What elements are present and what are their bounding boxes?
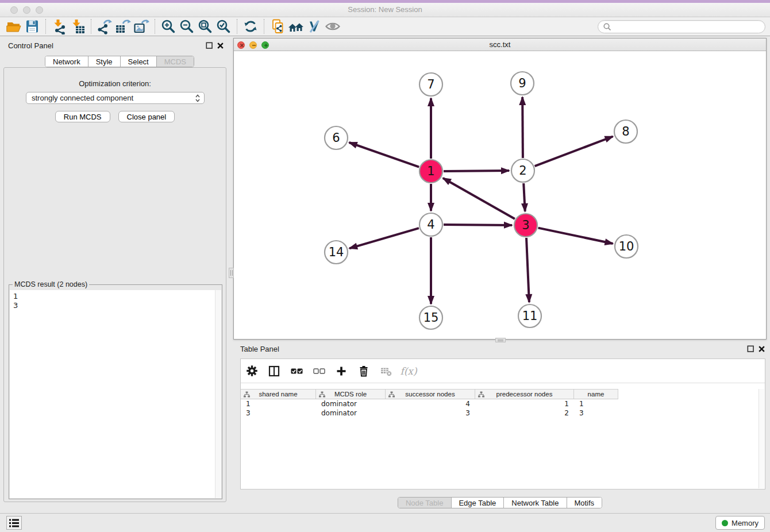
attribute-tree-icon (478, 391, 484, 398)
graph-edge-2-9[interactable] (522, 97, 523, 158)
graph-edge-2-3[interactable] (523, 183, 525, 211)
graph-edge-3-11[interactable] (526, 238, 529, 302)
tab-network[interactable]: Network (45, 56, 88, 67)
export-image-button[interactable] (132, 18, 151, 35)
deselect-all-button[interactable] (313, 365, 325, 377)
clone-network-button[interactable] (268, 18, 287, 35)
memory-button[interactable]: Memory (715, 516, 765, 530)
table-cell[interactable]: 3 (386, 409, 475, 418)
zoom-out-icon (179, 18, 195, 34)
zoom-out-button[interactable] (178, 18, 196, 35)
graph-node-8[interactable]: 8 (614, 120, 637, 143)
vertical-split-grip[interactable] (229, 268, 234, 278)
graph-node-14[interactable]: 14 (325, 241, 348, 264)
node-table-container: f(x) shared nameMCDS rolesuccessor nodes… (240, 358, 765, 489)
close-panel-icon[interactable] (758, 345, 765, 353)
table-cell[interactable]: dominator (316, 400, 386, 409)
open-session-button[interactable] (5, 18, 23, 35)
delete-column-button[interactable] (357, 365, 370, 377)
graph-node-11[interactable]: 11 (518, 304, 541, 327)
table-header-row: shared nameMCDS rolesuccessor nodesprede… (241, 389, 618, 399)
network-canvas[interactable]: 7968124314101511 (234, 51, 766, 339)
graph-edge-4-3[interactable] (444, 225, 512, 225)
search-box[interactable] (598, 20, 765, 33)
graph-edge-3-10[interactable] (538, 228, 613, 244)
svg-text:2: 2 (519, 164, 526, 178)
export-table-button[interactable] (114, 18, 132, 35)
table-scrollbar[interactable] (759, 389, 764, 488)
zoom-fit-button[interactable] (196, 18, 214, 35)
graph-edge-2-8[interactable] (535, 137, 613, 167)
run-mcds-button[interactable]: Run MCDS (55, 111, 110, 122)
graph-node-9[interactable]: 9 (511, 72, 534, 95)
result-scrollbar[interactable] (215, 290, 221, 498)
table-cell[interactable]: dominator (316, 409, 386, 418)
function-builder-button[interactable]: f(x) (402, 365, 415, 377)
table-cell[interactable]: 1 (475, 400, 574, 409)
graph-node-2[interactable]: 2 (511, 159, 534, 182)
export-network-icon (97, 18, 113, 34)
table-cell[interactable]: 3 (574, 409, 618, 418)
optimization-select[interactable]: strongly connected component (26, 92, 205, 104)
graph-edge-4-14[interactable] (349, 228, 419, 248)
close-panel-button[interactable]: Close panel (118, 111, 175, 122)
apply-layout-button[interactable] (241, 18, 260, 35)
float-panel-icon[interactable] (206, 42, 213, 49)
table-cell[interactable]: 2 (475, 409, 574, 418)
table-cell[interactable]: 1 (241, 400, 316, 409)
table-cell[interactable]: 1 (574, 400, 618, 409)
graph-node-15[interactable]: 15 (419, 306, 442, 329)
graph-node-10[interactable]: 10 (615, 235, 638, 258)
task-history-button[interactable] (6, 516, 22, 530)
column-header-MCDS-role[interactable]: MCDS role (316, 390, 386, 399)
show-columns-button[interactable] (268, 365, 280, 377)
delete-table-button[interactable] (380, 365, 392, 377)
show-hide-button[interactable] (324, 18, 342, 35)
close-panel-icon[interactable] (217, 42, 224, 49)
float-panel-icon[interactable] (747, 345, 754, 353)
mcds-result-area[interactable]: 1 3 (10, 290, 221, 498)
zoom-in-button[interactable] (159, 18, 178, 35)
network-window-titlebar[interactable]: scc.txt (234, 38, 766, 51)
graph-node-6[interactable]: 6 (325, 126, 348, 149)
column-header-successor-nodes[interactable]: successor nodes (386, 390, 475, 399)
tab-edge-table[interactable]: Edge Table (451, 498, 503, 508)
column-header-predecessor-nodes[interactable]: predecessor nodes (475, 390, 574, 399)
svg-text:4: 4 (427, 218, 434, 232)
select-all-button[interactable] (290, 365, 303, 377)
tab-network-table[interactable]: Network Table (503, 498, 566, 508)
vizmapper-button[interactable] (305, 18, 324, 35)
table-row[interactable]: 3dominator323 (241, 409, 759, 418)
table-cell[interactable]: 3 (241, 409, 316, 418)
column-header-shared-name[interactable]: shared name (241, 390, 316, 399)
graph-edge-1-2[interactable] (444, 171, 509, 171)
table-row[interactable]: 1dominator411 (241, 400, 759, 409)
graph-node-4[interactable]: 4 (419, 213, 442, 236)
mcds-result-title: MCDS result (2 nodes) (13, 280, 89, 288)
graph-node-3[interactable]: 3 (514, 214, 537, 237)
zoom-selected-button[interactable] (214, 18, 233, 35)
tab-style[interactable]: Style (88, 56, 120, 67)
horizontal-split-grip[interactable] (495, 338, 506, 342)
import-network-button[interactable] (50, 18, 68, 35)
save-session-button[interactable] (23, 18, 41, 35)
graph-node-7[interactable]: 7 (419, 73, 442, 96)
tab-motifs[interactable]: Motifs (566, 498, 602, 508)
network-graph: 7968124314101511 (234, 51, 766, 339)
search-input[interactable] (611, 22, 760, 30)
first-neighbors-button[interactable] (287, 18, 305, 35)
column-header-name[interactable]: name (574, 390, 618, 399)
import-table-button[interactable] (68, 18, 87, 35)
tab-mcds[interactable]: MCDS (156, 56, 194, 67)
graph-edge-1-6[interactable] (349, 142, 419, 167)
control-panel-header: Control Panel (0, 36, 230, 53)
graph-node-1[interactable]: 1 (419, 160, 442, 183)
table-settings-button[interactable] (245, 365, 258, 377)
tab-select[interactable]: Select (120, 56, 156, 67)
export-network-button[interactable] (95, 18, 114, 35)
graph-edge-3-1[interactable] (443, 178, 515, 219)
add-column-button[interactable] (335, 365, 348, 377)
tab-node-table[interactable]: Node Table (398, 498, 451, 508)
toolbar-separator (155, 19, 155, 34)
table-cell[interactable]: 4 (386, 400, 475, 409)
